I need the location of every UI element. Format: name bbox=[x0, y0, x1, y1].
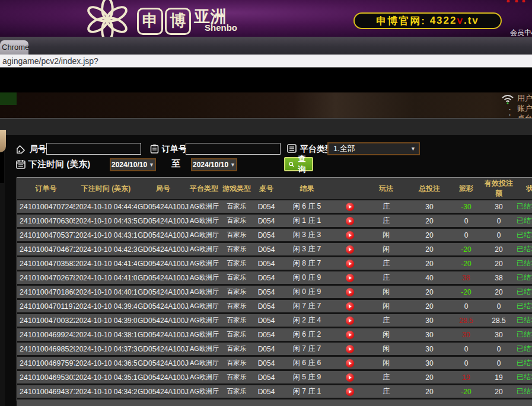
cell-bet-time: 2024-10-10 04:38:15 bbox=[75, 328, 137, 342]
cell-game-no: GD05424A100J9 bbox=[137, 314, 189, 328]
cell-bet-time: 2024-10-10 04:39:45 bbox=[75, 299, 137, 314]
play-triangle-icon bbox=[349, 234, 352, 237]
cell-bet-time: 2024-10-10 04:41:01 bbox=[75, 271, 137, 285]
official-site-banner[interactable]: 申博官网: 4322v.tv bbox=[353, 12, 502, 29]
replay-play-button[interactable] bbox=[346, 288, 354, 296]
cell-game-no: GD05424A100JD bbox=[137, 257, 189, 271]
cell-play-type: 闲 bbox=[364, 328, 409, 342]
official-site-label: 申博官网: bbox=[376, 14, 426, 28]
cell-table-no: D054 bbox=[254, 214, 278, 228]
spacer-band bbox=[0, 68, 532, 92]
cell-play-type: 庄 bbox=[364, 200, 409, 214]
cell-game-no: GD05424A100JC bbox=[137, 271, 189, 285]
order-no-input[interactable] bbox=[186, 143, 281, 155]
play-triangle-icon bbox=[349, 205, 352, 209]
platform-select[interactable]: 1.全部 ▼ bbox=[327, 142, 420, 155]
cell-game-type: 百家乐 bbox=[219, 257, 254, 271]
cell-game-type: 百家乐 bbox=[219, 299, 254, 314]
replay-play-button[interactable] bbox=[346, 245, 354, 254]
column-header: 玩法 bbox=[364, 178, 409, 200]
replay-play-button[interactable] bbox=[346, 373, 354, 382]
cell-play-type: 庄 bbox=[364, 214, 409, 228]
play-triangle-icon bbox=[349, 290, 352, 294]
chevron-down-icon: ▼ bbox=[230, 162, 235, 168]
date-from-select[interactable]: 2024/10/10 ▼ bbox=[110, 158, 156, 171]
chevron-down-icon: ▼ bbox=[149, 162, 154, 168]
cell-bet-time: 2024-10-10 04:43:10 bbox=[75, 228, 137, 242]
replay-play-button[interactable] bbox=[346, 331, 354, 339]
cell-table-no: D054 bbox=[254, 370, 278, 385]
cell-payout: 0 bbox=[450, 214, 482, 228]
cell-payout: -20 bbox=[450, 242, 482, 257]
clipboard-icon bbox=[150, 144, 159, 154]
column-header: 总投注 bbox=[409, 178, 450, 200]
cell-game-type: 百家乐 bbox=[219, 342, 254, 356]
cell-total-bet: 40 bbox=[409, 271, 450, 285]
table-row: 241010047035838 2024-10-10 04:41:44 GD05… bbox=[17, 257, 532, 271]
cell-order-no: 241010046985293 bbox=[17, 342, 75, 356]
cell-status: 已结算 bbox=[515, 356, 532, 370]
cell-valid-bet: 0 bbox=[482, 342, 515, 356]
replay-play-button[interactable] bbox=[346, 217, 354, 225]
cell-result: 闲 5 庄 9 bbox=[278, 370, 336, 385]
cell-status: 已结算 bbox=[515, 257, 532, 271]
cell-game-type: 百家乐 bbox=[219, 271, 254, 285]
address-bar[interactable]: agingame/pcv2/index.jsp? bbox=[0, 55, 532, 68]
cell-table-no: D054 bbox=[254, 285, 278, 299]
cell-total-bet: 30 bbox=[409, 356, 450, 370]
replay-play-button[interactable] bbox=[346, 260, 354, 268]
replay-play-button[interactable] bbox=[346, 317, 354, 325]
replay-play-button[interactable] bbox=[346, 345, 354, 353]
cell-result: 闲 1 庄 1 bbox=[278, 214, 336, 228]
play-triangle-icon bbox=[349, 276, 352, 280]
cell-order-no: 241010047035838 bbox=[17, 257, 75, 271]
table-row: 241010047053771 2024-10-10 04:43:10 GD05… bbox=[17, 228, 532, 242]
column-header: 有效投注额 bbox=[482, 178, 515, 200]
cell-platform-type: AG欧洲厅 bbox=[189, 242, 219, 257]
search-button[interactable]: 查询 bbox=[284, 157, 313, 171]
bet-time-label: 下注时间 (美东) bbox=[28, 159, 90, 170]
cell-valid-bet: 0 bbox=[482, 228, 515, 242]
cell-total-bet: 20 bbox=[409, 257, 450, 271]
bet-records-table: 订单号下注时间 (美东)局号平台类型游戏类型桌号结果玩法总投注派彩有效投注额状态… bbox=[17, 177, 532, 402]
platform-select-value: 1.全部 bbox=[333, 143, 355, 154]
cell-bet-time: 2024-10-10 04:43:54 bbox=[75, 214, 137, 228]
play-triangle-icon bbox=[349, 219, 352, 223]
cell-bet-time: 2024-10-10 04:37:39 bbox=[75, 342, 137, 356]
play-triangle-icon bbox=[349, 333, 352, 337]
column-header bbox=[336, 178, 364, 200]
replay-play-button[interactable] bbox=[346, 231, 354, 239]
cell-total-bet: 30 bbox=[409, 342, 450, 356]
cell-payout: 19 bbox=[450, 370, 482, 385]
cell-status: 已结算 bbox=[515, 342, 532, 356]
replay-play-button[interactable] bbox=[346, 203, 354, 211]
replay-play-button[interactable] bbox=[346, 388, 354, 396]
official-site-tld: .tv bbox=[464, 15, 479, 27]
table-row: 241010047026783 2024-10-10 04:41:01 GD05… bbox=[17, 271, 532, 285]
cell-result: 闲 7 庄 7 bbox=[278, 299, 336, 314]
replay-play-button[interactable] bbox=[346, 274, 354, 282]
replay-play-button[interactable] bbox=[346, 302, 354, 311]
cell-platform-type: AG欧洲厅 bbox=[189, 342, 219, 356]
cell-valid-bet: 19 bbox=[482, 370, 515, 385]
lobby-menu-labels: 用户 账户 桌台 bbox=[517, 93, 532, 118]
cell-order-no: 241010047072458 bbox=[17, 200, 75, 214]
table-row: 241010046975979 2024-10-10 04:36:57 GD05… bbox=[17, 356, 532, 370]
cell-payout: 0 bbox=[450, 299, 482, 314]
cell-result: 闲 0 庄 9 bbox=[278, 271, 336, 285]
game-no-input[interactable] bbox=[46, 143, 141, 155]
table-row: 241010046985293 2024-10-10 04:37:39 GD05… bbox=[17, 342, 532, 356]
cell-status: 已结算 bbox=[515, 385, 532, 399]
table-row: 241010047003224 2024-10-10 04:39:02 GD05… bbox=[17, 314, 532, 328]
cell-bet-time: 2024-10-10 04:39:02 bbox=[75, 314, 137, 328]
gray-band bbox=[0, 118, 532, 135]
cell-game-type: 百家乐 bbox=[219, 228, 254, 242]
cell-payout: 0 bbox=[450, 228, 482, 242]
date-from-value: 2024/10/10 bbox=[112, 161, 147, 169]
cell-status: 已结算 bbox=[515, 328, 532, 342]
date-to-select[interactable]: 2024/10/10 ▼ bbox=[191, 158, 237, 171]
logo-subtitle: Shenbo bbox=[205, 23, 237, 33]
replay-play-button[interactable] bbox=[346, 359, 354, 367]
calendar-icon bbox=[16, 159, 26, 169]
browser-tab[interactable]: Chrome bbox=[0, 40, 28, 55]
